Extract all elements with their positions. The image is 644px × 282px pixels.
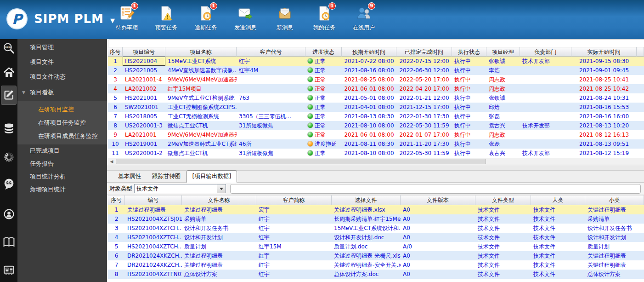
- strip-sipm-search-button[interactable]: SIPM: [1, 40, 17, 59]
- column-header[interactable]: 文件名称: [182, 195, 256, 205]
- column-header[interactable]: 预期开始时间: [342, 47, 396, 57]
- main-content: 序号项目编号项目名称客户代号进度状态预期开始时间已排定完成时间执行状态项目经理负…: [107, 39, 644, 282]
- scrollbar-thumb[interactable]: [116, 159, 486, 164]
- file-row[interactable]: 6DR2021024XKZCH...关键过程明细表红宇关键过程明细表-光栅尺.x…: [108, 251, 644, 260]
- person-badge-icon: [3, 208, 15, 222]
- sidebar-group-项目看板[interactable]: ▼项目看板: [17, 84, 107, 101]
- project-row[interactable]: 8US2020001-3微焦点工业CT机31所短板微焦正常2021-08-10 …: [108, 121, 644, 130]
- horizontal-scrollbar: ◀: [108, 158, 644, 165]
- project-row[interactable]: 7HS2018005工业CT无损检测系统3305（三三零伍机...正常2021-…: [108, 112, 644, 121]
- status-green-icon: [308, 132, 313, 137]
- object-type-select[interactable]: 技术文件: [134, 184, 226, 193]
- file-row[interactable]: 8HS2021004XZTFN01总体设计方案红宇总体设计方案.docA0技术文…: [108, 270, 644, 279]
- cell-name: 微焦点工业CT机: [165, 121, 237, 130]
- column-header[interactable]: 客户代号: [237, 47, 305, 57]
- strip-spinner-button[interactable]: [1, 148, 17, 167]
- column-header[interactable]: 小类: [585, 195, 644, 205]
- cell-dept: [520, 139, 571, 149]
- toolbar-warning-task[interactable]: 预警任务: [150, 6, 182, 32]
- toolbar-send-message[interactable]: 发送消息: [229, 6, 261, 32]
- project-row[interactable]: 9LA20210019MeV/6MeV/4MeV加速器开...正常2021-06…: [108, 130, 644, 139]
- file-row[interactable]: 3HS2021004XZTCH...设计和开发任务书红宇15MeV工业CT系统设…: [108, 224, 644, 233]
- tab-基本属性[interactable]: 基本属性: [113, 171, 147, 182]
- cell-seq: 9: [108, 130, 123, 139]
- sidebar-item-已完成项目[interactable]: 已完成项目: [17, 144, 107, 157]
- cell-subcategory: 总体设计方案: [585, 270, 644, 279]
- column-header[interactable]: 选择文件: [332, 195, 401, 205]
- sidebar-item-任务报告[interactable]: 任务报告: [17, 157, 107, 170]
- column-header[interactable]: 文件版本: [401, 195, 475, 205]
- sidebar-item-在研项目监控[interactable]: 在研项目监控: [17, 103, 107, 116]
- project-row[interactable]: 4LA2021002红宇15M项目正常2021-06-01 08:002022-…: [108, 84, 644, 93]
- project-row[interactable]: 3LA2021001-49MeV/6MeV/4MeV加速器开...正常2021-…: [108, 75, 644, 84]
- toolbar-todo[interactable]: 1待办事项: [111, 6, 143, 32]
- strip-id-card-button[interactable]: [1, 261, 17, 280]
- status-green-icon: [308, 104, 313, 109]
- file-row[interactable]: 7DR2021024XKZCH...关键过程明细表红宇关键过程明细表-安全开关.…: [108, 260, 644, 270]
- column-header[interactable]: 进度状态: [305, 47, 342, 57]
- column-header[interactable]: 实际开始时间: [571, 47, 637, 57]
- scroll-left-arrow-icon[interactable]: ◀: [108, 158, 115, 165]
- sidebar-item-项目管理[interactable]: 项目管理: [17, 40, 107, 55]
- cell-code: HS2018005: [123, 112, 165, 121]
- strip-home-button[interactable]: [1, 63, 17, 83]
- column-header: [637, 47, 644, 57]
- strip-chat-button[interactable]: [1, 175, 17, 194]
- sidebar-item-新增项目统计[interactable]: 新增项目统计: [17, 183, 107, 196]
- file-row[interactable]: 2HS2021004XZTSJ01采购清单红宇长周期采购清单-红宇15Me...…: [108, 214, 644, 224]
- cell-category: 技术文件: [531, 224, 585, 233]
- cell-file: 关键过程明细表-光栅尺.xlsx: [332, 251, 401, 260]
- tab-跟踪甘特图[interactable]: 跟踪甘特图: [147, 171, 186, 182]
- file-row[interactable]: 5HS2021004XZTCH...质量计划红宇15M质量计划.docA/0技术…: [108, 242, 644, 251]
- cell-file: 15MeV工业CT系统设计和...: [332, 224, 401, 233]
- sidebar-item-项目统计分析[interactable]: 项目统计分析: [17, 170, 107, 183]
- project-row[interactable]: 2HS20210054MeV直线加速器数字成像...红宇4M正常2021-08-…: [108, 66, 644, 75]
- column-header[interactable]: 编号: [125, 195, 182, 205]
- tab-项目输出数据[interactable]: [项目输出数据]: [186, 170, 237, 183]
- cell-version: A0: [401, 260, 475, 270]
- column-header[interactable]: 执行状态: [452, 47, 486, 57]
- cell-exec_status: 执行中: [452, 66, 486, 75]
- column-header[interactable]: 项目经理: [486, 47, 520, 57]
- sidebar-item-在研项目成员任务监控[interactable]: 在研项目成员任务监控: [17, 129, 107, 143]
- combo-dropdown-icon[interactable]: [217, 184, 226, 193]
- strip-person-badge-button[interactable]: [1, 205, 17, 224]
- sidebar-item-在研项目任务监控[interactable]: 在研项目任务监控: [17, 116, 107, 129]
- brand[interactable]: P SIPM PLM ▼: [6, 8, 115, 29]
- project-row[interactable]: 6SW2021001工业CT控制图像系统ZCIPS...正常2021-04-01…: [108, 103, 644, 112]
- column-header[interactable]: 文件类型: [475, 195, 531, 205]
- strip-book-button[interactable]: [1, 233, 17, 253]
- strip-edit-button[interactable]: [1, 86, 17, 105]
- project-row[interactable]: 1HS202100415MeV工业CT系统红宇正常2021-07-22 08:0…: [108, 57, 644, 66]
- column-header[interactable]: 项目名称: [165, 47, 237, 57]
- column-header[interactable]: 序号: [108, 47, 123, 57]
- cell-file_type: 技术文件: [475, 214, 531, 224]
- column-header[interactable]: 大类: [531, 195, 585, 205]
- file-row[interactable]: 1关键过程明细表关键过程明细表宏宇关键过程明细表.xlsxA0技术文件技术文件关…: [108, 205, 644, 214]
- project-row[interactable]: 10HS20190012MeV加速器卧式工业CT系统46所进度拖延2021-08…: [108, 139, 644, 149]
- sidebar-item-项目文件动态[interactable]: 项目文件动态: [17, 69, 107, 84]
- toolbar-online-users[interactable]: 9在线用户: [348, 6, 380, 32]
- toolbar-my-task[interactable]: 1我的任务: [308, 6, 340, 32]
- project-row[interactable]: 11US2020001-2微焦点工业CT机31所短板微焦正常2021-08-10…: [108, 149, 644, 158]
- cell-customer: 宏宇: [256, 205, 332, 214]
- cell-status: 正常: [305, 121, 342, 130]
- project-row[interactable]: 5HS20210019MeV立式工业CT检测系统763正常2021-05-01 …: [108, 93, 644, 103]
- toolbar-new-message[interactable]: 新消息: [269, 6, 301, 32]
- cell-name: 红宇15M项目: [165, 84, 237, 93]
- strip-database-button[interactable]: [1, 120, 17, 139]
- column-header[interactable]: 客户简称: [256, 195, 332, 205]
- cell-status: 正常: [305, 75, 342, 84]
- cell-category: 技术文件: [531, 214, 585, 224]
- column-header[interactable]: 序号: [108, 195, 125, 205]
- panel-splitter[interactable]: [107, 165, 644, 171]
- search-input[interactable]: [230, 184, 641, 194]
- sidebar-item-项目文件[interactable]: 项目文件: [17, 55, 107, 69]
- file-row[interactable]: 4HS2021004XZTCH...设计和开发计划红宇设计和开发计划.docA0…: [108, 233, 644, 242]
- toolbar-overdue-task[interactable]: 1逾期任务: [190, 6, 222, 32]
- cell-code: HS2019001: [123, 139, 165, 149]
- column-header[interactable]: 负责部门: [520, 47, 571, 57]
- column-header[interactable]: 已排定完成时间: [396, 47, 452, 57]
- column-header[interactable]: 项目编号: [123, 47, 165, 57]
- cell-customer: 红宇: [256, 260, 332, 270]
